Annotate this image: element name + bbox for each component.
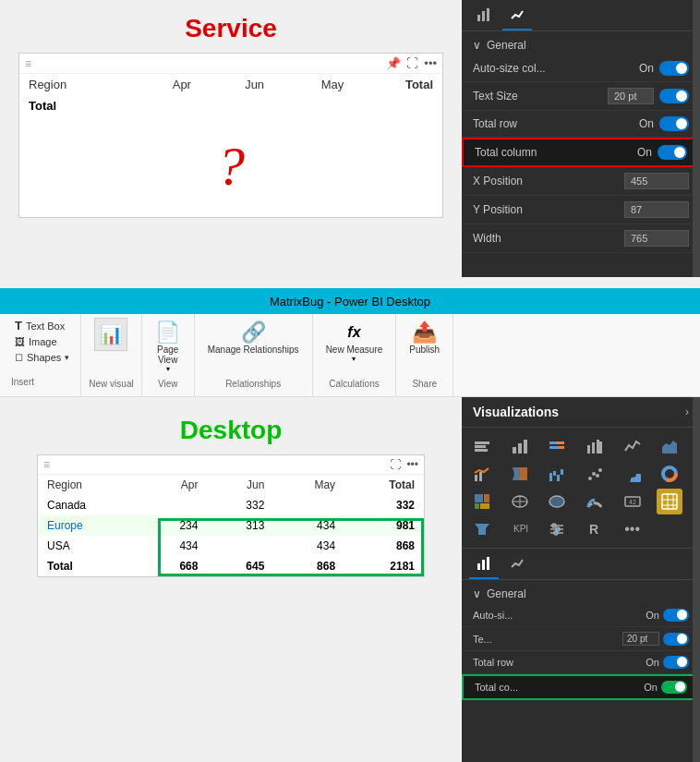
service-title: Service (0, 0, 462, 53)
viz-icon-card[interactable]: 42 (620, 489, 646, 514)
viz-icon-scatter[interactable] (582, 461, 608, 487)
viz-icon-treemap[interactable] (469, 489, 495, 514)
panel-row-autosize: Auto-size col... On (462, 55, 700, 82)
ribbon-btn-new-measure[interactable]: fx New Measure ▾ (320, 318, 389, 366)
totalrow-on-bot: On (646, 657, 659, 668)
viz-icon-map[interactable] (507, 489, 533, 514)
matrix-header-bar-top: ≡ 📌 ⛶ ••• (19, 54, 442, 74)
report-canvas: Service ≡ 📌 ⛶ ••• Region Apr Jun May (0, 0, 462, 277)
ribbon-btn-shapes[interactable]: ◻ Shapes ▾ (11, 350, 73, 364)
total-jun (200, 95, 273, 116)
textsize-value-bot (622, 632, 689, 646)
ribbon-btn-manage-relationships[interactable]: 🔗 Manage Relationships (202, 318, 305, 357)
viz-icon-ribbon[interactable] (507, 461, 533, 487)
viz-icon-bar[interactable] (507, 433, 533, 459)
viz-icon-slicer[interactable] (544, 516, 570, 542)
totalrow-toggle[interactable] (659, 116, 689, 131)
newmeasure-icon: fx (344, 321, 364, 345)
viz-icon-gauge[interactable] (582, 489, 608, 514)
ribbon-btn-newvisual[interactable]: 📊 (94, 318, 127, 351)
svg-point-26 (588, 477, 592, 480)
viz-icon-kpi[interactable]: KPI (507, 516, 533, 542)
ribbon-btn-pageview[interactable]: 📄 PageView ▾ (150, 318, 187, 376)
svg-rect-46 (662, 494, 677, 509)
pageview-label: PageView (157, 345, 178, 365)
canada-total: 332 (344, 495, 424, 515)
usa-jun (207, 536, 273, 556)
table-row-total-bottom: Total 668 645 868 2181 (38, 556, 424, 576)
bottom-canvas: Desktop ≡ ⛶ ••• Region Apr Jun May Total (0, 397, 462, 762)
textsize-toggle[interactable] (659, 89, 689, 103)
viz-icon-100bar[interactable] (544, 433, 570, 459)
panel-tab-format-top[interactable] (502, 4, 532, 30)
shapes-chevron: ▾ (65, 353, 69, 362)
viz-icon-line[interactable] (620, 433, 646, 459)
ribbon-btn-textbox[interactable]: T Text Box (11, 318, 73, 333)
ribbon-btn-publish[interactable]: 📤 Publish (404, 318, 445, 357)
viz-icon-donut[interactable] (657, 461, 682, 487)
viz-icon-pie[interactable] (620, 461, 646, 487)
xpos-input[interactable] (624, 173, 689, 189)
ribbon-btn-image[interactable]: 🖼 Image (11, 335, 73, 348)
totalrow-toggle-bot[interactable] (663, 656, 689, 669)
svg-point-28 (596, 474, 599, 478)
viz-icon-funnel[interactable] (469, 516, 495, 542)
publish-label: Publish (409, 345, 440, 355)
xpos-label: X Position (473, 175, 523, 187)
totalcol-toggle-bot[interactable] (661, 681, 687, 694)
col-header-may: May (273, 74, 353, 95)
viz-header: Visualizations › (462, 397, 700, 428)
autosize-toggle[interactable] (659, 61, 689, 76)
svg-rect-23 (553, 471, 556, 476)
viz-icon-waterfall[interactable] (544, 461, 570, 487)
ribbon-group-insert: T Text Box 🖼 Image ◻ Shapes ▾ Insert (4, 314, 81, 396)
loading-indicator: ? (19, 116, 442, 217)
svg-rect-18 (475, 475, 477, 481)
panel-row-width: Width (462, 224, 700, 253)
viz-icon-area[interactable] (657, 433, 682, 459)
pin-icon[interactable]: 📌 (386, 56, 401, 70)
image-label: Image (29, 336, 57, 347)
expand-icon-bottom[interactable]: ⛶ (390, 458, 401, 471)
autosize-label-bot: Auto-si... (473, 610, 513, 621)
textbox-label: Text Box (26, 321, 65, 332)
viz-icon-col[interactable] (582, 433, 608, 459)
viz-icon-stacked-bar[interactable] (469, 433, 495, 459)
viz-chevron-right[interactable]: › (685, 405, 689, 418)
ypos-input[interactable] (624, 201, 689, 218)
svg-rect-36 (475, 503, 479, 509)
title-bar-text: MatrixBug - Power BI Desktop (270, 295, 430, 308)
textsize-input[interactable] (608, 88, 654, 104)
right-panel-top: ∨ General Auto-size col... On Text Size … (462, 0, 700, 277)
svg-rect-14 (592, 442, 595, 454)
autosize-toggle-bot[interactable] (663, 609, 689, 622)
viz-icon-more[interactable]: ••• (620, 516, 646, 542)
pageview-chevron: ▾ (166, 365, 170, 373)
viz-icon-filled-map[interactable] (544, 489, 570, 514)
col-header-may-bot: May (273, 475, 344, 495)
autosize-on-bot: On (646, 610, 659, 621)
viz-icon-matrix[interactable] (657, 489, 682, 514)
scrollbar-bottom[interactable] (693, 397, 700, 762)
panel-row-totalrow-bot: Total row On (462, 651, 700, 674)
scrollbar-top[interactable] (693, 0, 700, 277)
viz-icon-r[interactable]: R (582, 516, 608, 542)
europe-total: 981 (344, 515, 424, 536)
panel-tab-chart-bottom[interactable] (469, 552, 499, 579)
width-input[interactable] (624, 230, 689, 247)
panel-tab-format-bottom[interactable] (502, 552, 532, 579)
textsize-input-bot[interactable] (622, 632, 659, 646)
matrix-widget-bottom: ≡ ⛶ ••• Region Apr Jun May Total (37, 454, 425, 577)
canada-jun: 332 (207, 495, 273, 515)
total-label-bot: Total (38, 556, 141, 576)
svg-rect-35 (484, 494, 489, 502)
more-icon[interactable]: ••• (424, 56, 437, 70)
chevron-down-icon: ∨ (473, 39, 481, 52)
viz-icon-linecol[interactable] (469, 461, 495, 487)
totalcol-toggle[interactable] (658, 145, 687, 160)
more-icon-bottom[interactable]: ••• (406, 458, 418, 471)
expand-icon[interactable]: ⛶ (406, 56, 418, 70)
panel-tab-chart-top[interactable] (469, 4, 499, 30)
textsize-toggle-bot[interactable] (663, 633, 689, 646)
svg-text:42: 42 (629, 499, 636, 505)
